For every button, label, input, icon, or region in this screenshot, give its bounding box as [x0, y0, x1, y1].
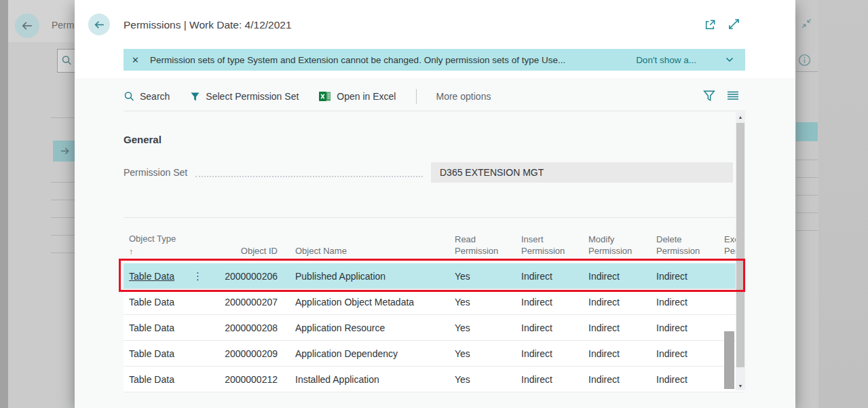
page-title: Permissions | Work Date: 4/12/2021 — [124, 19, 292, 31]
dialog-content: Search Select Permission Set Open in Exc… — [75, 78, 795, 408]
scroll-down-icon[interactable]: ▼ — [736, 381, 745, 390]
cell-delete-permission: Indirect — [649, 348, 717, 359]
general-section-title: General — [124, 134, 162, 145]
column-header-insert-permission[interactable]: Insert Permission — [514, 234, 582, 263]
back-arrow-icon — [94, 19, 105, 31]
permission-set-field-row: Permission Set D365 EXTENSION MGT — [124, 162, 733, 183]
cell-object-name: Application Resource — [282, 322, 448, 333]
cell-object-name: Installed Application — [282, 374, 448, 385]
cell-read-permission: Yes — [448, 374, 514, 385]
cell-object-type: Table Data — [129, 322, 174, 333]
row-menu-icon[interactable]: ⋮ — [193, 270, 203, 282]
table-scrollbar-thumb[interactable] — [724, 331, 734, 389]
object-type-link[interactable]: Table Data — [129, 271, 174, 282]
column-header-delete-permission[interactable]: Delete Permission — [649, 234, 717, 263]
select-permission-set-button[interactable]: Select Permission Set — [185, 88, 304, 105]
search-button-label: Search — [140, 91, 170, 102]
filter-icon[interactable] — [703, 90, 715, 102]
close-icon[interactable]: ✕ — [132, 55, 139, 65]
cell-object-type: Table Data — [129, 297, 174, 308]
search-icon — [124, 91, 134, 102]
page-scrollbar[interactable]: ▲ ▼ — [736, 112, 745, 390]
background-divider — [51, 217, 75, 218]
resize-icon[interactable] — [728, 18, 740, 31]
toolbar-divider — [124, 111, 745, 111]
cell-modify-permission: Indirect — [582, 348, 649, 359]
collapse-icon[interactable] — [801, 18, 812, 29]
background-divider — [51, 117, 75, 118]
screen: Perm — [0, 0, 868, 408]
background-divider — [51, 253, 75, 253]
arrow-right-icon — [60, 146, 70, 156]
filter-funnel-icon — [190, 92, 200, 102]
cell-delete-permission: Indirect — [649, 322, 717, 333]
info-icon[interactable] — [798, 54, 811, 67]
search-button[interactable]: Search — [118, 88, 175, 105]
background-back-button[interactable] — [15, 14, 39, 38]
open-in-excel-label: Open in Excel — [337, 91, 396, 102]
background-right-rail — [818, 0, 868, 408]
scroll-up-icon[interactable]: ▲ — [736, 112, 745, 122]
permissions-dialog: Permissions | Work Date: 4/12/2021 ✕ Per… — [75, 0, 795, 408]
dotted-leader — [195, 175, 423, 177]
cell-object-id: 2000000208 — [214, 322, 282, 333]
background-page-title: Perm — [52, 20, 74, 31]
notification-bar: ✕ Permission sets of type System and Ext… — [124, 49, 745, 71]
cell-insert-permission: Indirect — [514, 271, 582, 282]
chevron-down-icon[interactable] — [725, 55, 734, 64]
cell-insert-permission: Indirect — [514, 322, 582, 333]
cell-object-type: Table Data — [129, 374, 174, 385]
open-in-excel-button[interactable]: Open in Excel — [314, 88, 401, 105]
cell-object-id: 2000000209 — [214, 348, 282, 359]
toolbar-separator — [416, 89, 417, 104]
cell-insert-permission: Indirect — [514, 297, 582, 308]
cell-delete-permission: Indirect — [649, 271, 717, 282]
cell-delete-permission: Indirect — [649, 297, 717, 308]
cell-read-permission: Yes — [448, 271, 514, 282]
excel-icon — [319, 91, 331, 102]
permission-set-label: Permission Set — [124, 167, 187, 178]
cell-read-permission: Yes — [448, 348, 514, 359]
back-arrow-icon — [21, 20, 33, 32]
cell-read-permission: Yes — [448, 322, 514, 333]
column-header-object-type[interactable]: Object Type ↑ — [124, 233, 214, 263]
cell-read-permission: Yes — [448, 297, 514, 308]
background-left-edge — [0, 0, 8, 408]
cell-object-id: 2000000212 — [214, 374, 282, 385]
table-row[interactable]: Table Data ⋮ 2000000206 Published Applic… — [124, 263, 745, 289]
background-divider — [51, 182, 75, 183]
background-search-input[interactable] — [57, 49, 76, 73]
table-row[interactable]: Table Data 2000000209 Application Depend… — [124, 341, 745, 367]
table-row[interactable]: Table Data 2000000208 Application Resour… — [124, 315, 745, 341]
list-view-icon[interactable] — [727, 91, 739, 100]
action-bar: Search Select Permission Set Open in Exc… — [118, 88, 496, 105]
background-selected-row[interactable] — [53, 141, 75, 162]
table-row[interactable]: Table Data 2000000212 Installed Applicat… — [124, 367, 745, 392]
more-options-button[interactable]: More options — [430, 88, 496, 105]
cell-modify-permission: Indirect — [582, 322, 649, 333]
column-header-modify-permission[interactable]: Modify Permission — [582, 234, 649, 263]
dont-show-again-link[interactable]: Don't show a... — [636, 55, 696, 65]
table-row[interactable]: Table Data 2000000207 Application Object… — [124, 289, 745, 315]
sort-ascending-icon: ↑ — [129, 246, 214, 257]
background-divider — [51, 235, 75, 236]
cell-object-id: 2000000207 — [214, 297, 282, 308]
back-button[interactable] — [88, 14, 110, 35]
permissions-table: Object Type ↑ Object ID Object Name Read… — [124, 217, 745, 392]
popout-icon[interactable] — [704, 19, 716, 31]
cell-insert-permission: Indirect — [514, 348, 582, 359]
cell-object-name: Published Application — [282, 271, 448, 282]
background-divider — [796, 212, 818, 213]
select-permission-set-label: Select Permission Set — [206, 91, 299, 102]
page-scrollbar-thumb[interactable] — [736, 123, 744, 367]
cell-insert-permission: Indirect — [514, 374, 582, 385]
table-header-row: Object Type ↑ Object ID Object Name Read… — [124, 217, 745, 263]
background-divider — [796, 195, 818, 196]
column-header-object-name[interactable]: Object Name — [282, 245, 448, 263]
column-header-object-id[interactable]: Object ID — [214, 245, 282, 263]
cell-modify-permission: Indirect — [582, 271, 649, 282]
column-header-read-permission[interactable]: Read Permission — [448, 234, 514, 263]
background-selected-cell — [796, 122, 818, 141]
cell-object-type: Table Data — [129, 348, 174, 359]
permission-set-value-field: D365 EXTENSION MGT — [431, 162, 733, 183]
